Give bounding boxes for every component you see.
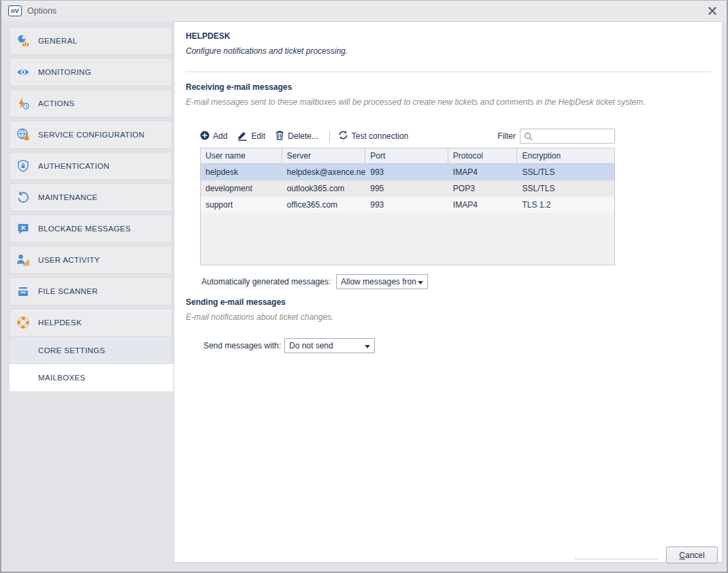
cell-user-name: development xyxy=(201,180,282,197)
cell-encryption: SSL/TLS xyxy=(517,180,614,197)
edit-button[interactable]: Edit xyxy=(237,130,265,143)
send-with-dropdown[interactable]: Do not send xyxy=(284,338,375,353)
add-icon xyxy=(200,131,210,142)
page-subtitle: Configure notifications and ticket proce… xyxy=(186,46,348,56)
divider xyxy=(186,71,711,72)
sidebar: GENERAL MONITORING ACTIONS SERVICE CONFI… xyxy=(1,21,173,572)
toolbar-separator xyxy=(329,131,330,142)
sidebar-item-label: BLOCKADE MESSAGES xyxy=(38,225,131,233)
sidebar-item-label: MONITORING xyxy=(38,68,91,76)
sidebar-item-label: HELPDESK xyxy=(38,318,82,327)
eye-icon xyxy=(16,65,30,79)
app-logo-icon: nV xyxy=(8,5,22,16)
column-header-port[interactable]: Port xyxy=(365,148,448,163)
window-title: Options xyxy=(27,6,56,16)
partial-button-edge xyxy=(575,559,658,559)
sidebar-item-label: MAINTENANCE xyxy=(38,193,98,201)
cell-protocol: IMAP4 xyxy=(448,164,518,180)
table-row[interactable]: helpdesk helpdesk@axence.net 993 IMAP4 S… xyxy=(201,164,614,180)
column-header-protocol[interactable]: Protocol xyxy=(448,148,518,163)
receiving-heading: Receiving e-mail messages xyxy=(186,82,292,92)
table-row[interactable]: support office365.com 993 IMAP4 TLS 1.2 xyxy=(201,197,614,213)
cell-port: 993 xyxy=(365,164,448,180)
file-tray-icon xyxy=(16,284,30,298)
chevron-down-icon xyxy=(418,281,423,284)
main-area: GENERAL MONITORING ACTIONS SERVICE CONFI… xyxy=(1,21,727,572)
mailboxes-toolbar: Add Edit Delete... Test connection Filte… xyxy=(200,128,615,144)
sidebar-item-label: MAILBOXES xyxy=(38,374,86,382)
sidebar-item-core-settings[interactable]: CORE SETTINGS xyxy=(10,337,172,364)
sidebar-item-maintenance[interactable]: MAINTENANCE xyxy=(10,183,172,212)
cell-port: 993 xyxy=(365,197,448,213)
sidebar-item-label: FILE SCANNER xyxy=(38,287,98,295)
sidebar-item-monitoring[interactable]: MONITORING xyxy=(10,58,172,86)
history-icon xyxy=(16,191,30,204)
sidebar-item-mailboxes[interactable]: MAILBOXES xyxy=(10,364,173,391)
sending-heading: Sending e-mail messages xyxy=(186,297,286,307)
sidebar-item-user-activity[interactable]: USER ACTIVITY xyxy=(10,246,172,274)
table-header-row: User name Server Port Protocol Encryptio… xyxy=(201,148,614,164)
sidebar-item-label: GENERAL xyxy=(38,37,77,45)
add-button-label: Add xyxy=(213,131,227,141)
edit-button-label: Edit xyxy=(251,131,265,141)
search-icon xyxy=(524,132,533,141)
cancel-label-rest: ancel xyxy=(685,551,705,560)
column-header-encryption[interactable]: Encryption xyxy=(517,148,614,163)
sidebar-item-helpdesk[interactable]: HELPDESK xyxy=(10,308,172,337)
chevron-down-icon xyxy=(365,345,370,348)
column-header-server[interactable]: Server xyxy=(282,148,366,163)
cancel-label-initial: C xyxy=(679,551,685,560)
table-row[interactable]: development outlook365.com 995 POP3 SSL/… xyxy=(201,180,614,197)
delete-button-label: Delete... xyxy=(288,131,318,141)
cell-server: helpdesk@axence.net xyxy=(282,164,366,180)
cell-encryption: SSL/TLS xyxy=(517,164,614,180)
blocked-message-icon xyxy=(16,222,30,235)
cell-user-name: support xyxy=(201,197,282,213)
send-with-label: Send messages with: xyxy=(186,341,281,350)
sidebar-item-authentication[interactable]: AUTHENTICATION xyxy=(10,152,172,180)
sidebar-item-actions[interactable]: ACTIONS xyxy=(10,89,172,118)
mailboxes-table: User name Server Port Protocol Encryptio… xyxy=(200,148,615,265)
delete-button[interactable]: Delete... xyxy=(275,130,318,142)
sidebar-item-label: ACTIONS xyxy=(38,99,75,108)
close-icon[interactable] xyxy=(708,6,717,16)
filter-input[interactable] xyxy=(535,129,613,143)
refresh-icon xyxy=(338,130,348,142)
user-activity-icon xyxy=(16,253,30,267)
add-button[interactable]: Add xyxy=(200,131,227,142)
filter-field xyxy=(520,129,615,144)
cell-protocol: IMAP4 xyxy=(448,197,518,213)
sidebar-item-general[interactable]: GENERAL xyxy=(10,27,172,55)
sidebar-item-label: AUTHENTICATION xyxy=(38,162,110,170)
send-with-value: Do not send xyxy=(289,341,333,350)
cell-server: outlook365.com xyxy=(282,180,366,197)
cell-port: 995 xyxy=(365,180,448,197)
filter-label: Filter xyxy=(497,131,516,141)
auto-messages-value: Allow messages fron xyxy=(341,277,416,286)
test-connection-button[interactable]: Test connection xyxy=(338,130,408,142)
sidebar-item-file-scanner[interactable]: FILE SCANNER xyxy=(10,277,172,306)
cell-user-name: helpdesk xyxy=(201,164,282,180)
filter-group: Filter xyxy=(497,129,615,144)
content-panel: HELPDESK Configure notifications and tic… xyxy=(173,21,723,563)
auto-messages-label: Automatically generated messages: xyxy=(201,277,331,286)
sending-description: E-mail notifications about ticket change… xyxy=(186,312,333,322)
cell-encryption: TLS 1.2 xyxy=(517,197,614,213)
auto-messages-row: Automatically generated messages: Allow … xyxy=(201,274,428,289)
test-connection-label: Test connection xyxy=(352,131,408,141)
sidebar-item-blockade-messages[interactable]: BLOCKADE MESSAGES xyxy=(10,214,172,243)
receiving-description: E-mail messages sent to these mailboxes … xyxy=(186,97,646,107)
page-title: HELPDESK xyxy=(186,31,230,41)
auto-messages-dropdown[interactable]: Allow messages fron xyxy=(336,274,428,289)
options-window: nV Options GENERAL MONITORING xyxy=(0,0,728,573)
pie-chart-icon xyxy=(16,34,30,48)
cell-protocol: POP3 xyxy=(448,180,518,197)
sidebar-item-label: SERVICE CONFIGURATION xyxy=(38,131,144,139)
sidebar-item-service-configuration[interactable]: SERVICE CONFIGURATION xyxy=(10,120,172,149)
sidebar-item-label: CORE SETTINGS xyxy=(38,346,105,355)
lightning-clock-icon xyxy=(16,97,30,110)
column-header-user-name[interactable]: User name xyxy=(201,148,282,163)
globe-lock-icon xyxy=(16,128,30,142)
delete-icon xyxy=(275,130,284,142)
cancel-button[interactable]: Cancel xyxy=(666,546,718,563)
